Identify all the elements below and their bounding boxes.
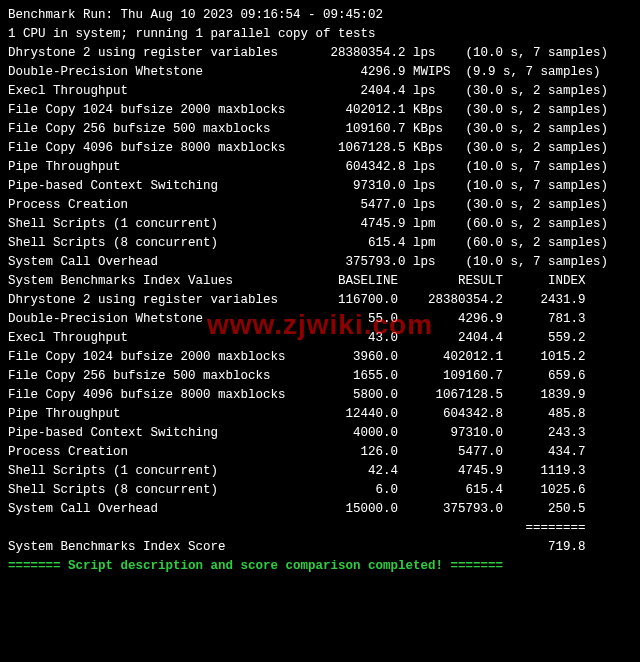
index-row-9: Shell Scripts (1 concurrent) 42.4 4745.9… [8,462,632,481]
index-row-1: Double-Precision Whetstone 55.0 4296.9 7… [8,310,632,329]
result-row-4: File Copy 256 bufsize 500 maxblocks 1091… [8,120,632,139]
index-row-0: Dhrystone 2 using register variables 116… [8,291,632,310]
index-row-11: System Call Overhead 15000.0 375793.0 25… [8,500,632,519]
index-row-6: Pipe Throughput 12440.0 604342.8 485.8 [8,405,632,424]
result-row-9: Shell Scripts (1 concurrent) 4745.9 lpm … [8,215,632,234]
index-row-10: Shell Scripts (8 concurrent) 6.0 615.4 1… [8,481,632,500]
index-row-4: File Copy 256 bufsize 500 maxblocks 1655… [8,367,632,386]
index-header: System Benchmarks Index Values BASELINE … [8,272,632,291]
index-row-5: File Copy 4096 bufsize 8000 maxblocks 58… [8,386,632,405]
index-row-8: Process Creation 126.0 5477.0 434.7 [8,443,632,462]
result-row-1: Double-Precision Whetstone 4296.9 MWIPS … [8,63,632,82]
index-row-7: Pipe-based Context Switching 4000.0 9731… [8,424,632,443]
index-row-2: Execl Throughput 43.0 2404.4 559.2 [8,329,632,348]
index-score: System Benchmarks Index Score 719.8 [8,538,632,557]
result-row-2: Execl Throughput 2404.4 lps (30.0 s, 2 s… [8,82,632,101]
index-divider: ======== [8,519,632,538]
result-row-6: Pipe Throughput 604342.8 lps (10.0 s, 7 … [8,158,632,177]
result-row-7: Pipe-based Context Switching 97310.0 lps… [8,177,632,196]
result-row-3: File Copy 1024 bufsize 2000 maxblocks 40… [8,101,632,120]
footer-line: ======= Script description and score com… [8,557,632,576]
result-row-11: System Call Overhead 375793.0 lps (10.0 … [8,253,632,272]
benchmark-run-line: Benchmark Run: Thu Aug 10 2023 09:16:54 … [8,6,632,25]
result-row-8: Process Creation 5477.0 lps (30.0 s, 2 s… [8,196,632,215]
terminal-output: Benchmark Run: Thu Aug 10 2023 09:16:54 … [0,0,640,582]
index-row-3: File Copy 1024 bufsize 2000 maxblocks 39… [8,348,632,367]
result-row-10: Shell Scripts (8 concurrent) 615.4 lpm (… [8,234,632,253]
result-row-0: Dhrystone 2 using register variables 283… [8,44,632,63]
result-row-5: File Copy 4096 bufsize 8000 maxblocks 10… [8,139,632,158]
cpu-line: 1 CPU in system; running 1 parallel copy… [8,25,632,44]
